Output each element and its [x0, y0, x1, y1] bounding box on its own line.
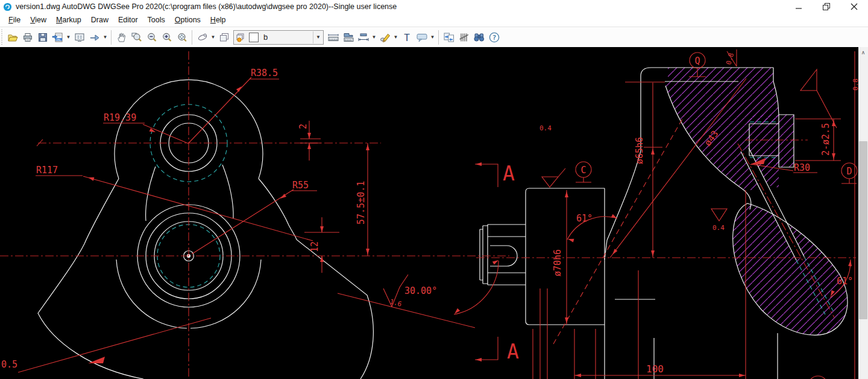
layers-button[interactable] [216, 30, 231, 45]
arrow-right-icon [89, 31, 101, 43]
roughness-label: 0.4 [539, 124, 552, 132]
zoom-in-button[interactable] [159, 30, 174, 45]
dwgsee-window: version1.dwg AutoDWG DWGSee Pro 2020(c:\… [0, 0, 868, 379]
measure-distance-button[interactable] [326, 30, 341, 45]
toolbar-separator [438, 30, 439, 45]
dim-label: R55 [292, 180, 309, 191]
main-toolbar: IMG ▼ ▼ [0, 27, 868, 48]
zoom-out-button[interactable] [144, 30, 159, 45]
binoculars-icon [473, 31, 486, 43]
title-bar: version1.dwg AutoDWG DWGSee Pro 2020(c:\… [0, 0, 868, 13]
compare-files-icon [442, 31, 456, 43]
restore-button[interactable] [813, 0, 840, 13]
dim-label: 2 [298, 124, 309, 129]
dim-label: 100 [646, 363, 664, 375]
export-image-button[interactable]: IMG [50, 30, 65, 45]
menu-draw[interactable]: Draw [86, 14, 113, 25]
measure-distance-icon [327, 31, 340, 43]
menu-help[interactable]: Help [206, 14, 231, 25]
next-drawing-button[interactable] [87, 30, 102, 45]
roughness-label: 0.4 [712, 224, 725, 232]
cad-drawing: R38.5 R19.39 R117 R55 2 12 57.5±0.1 30.0… [0, 47, 858, 379]
restore-icon [823, 3, 830, 10]
pencil-icon [379, 31, 391, 43]
scroll-up-icon[interactable]: ∧ [858, 47, 868, 57]
toolbar-separator [111, 30, 112, 45]
pan-hand-icon [116, 31, 128, 43]
datum-label: D [846, 166, 852, 177]
dim-label: 61° [576, 213, 593, 224]
count-button[interactable] [456, 30, 471, 45]
zoom-window-icon [131, 31, 143, 43]
measure-area-button[interactable] [341, 30, 356, 45]
toolbar-separator [192, 30, 192, 45]
datum-label: C [580, 165, 586, 176]
find-button[interactable] [471, 30, 486, 45]
orbit-button[interactable] [195, 30, 210, 45]
layer-color-swatch [249, 33, 259, 42]
zoom-extents-button[interactable] [174, 30, 189, 45]
save-button[interactable] [35, 30, 50, 45]
text-icon: T [401, 31, 413, 43]
toolbar-grip [1, 30, 2, 45]
datum-label: Q [694, 56, 700, 66]
window-title: version1.dwg AutoDWG DWGSee Pro 2020(c:\… [16, 2, 397, 11]
drawing-canvas[interactable]: R38.5 R19.39 R117 R55 2 12 57.5±0.1 30.0… [0, 47, 858, 379]
monitor-icon [74, 31, 86, 43]
orbit-dropdown[interactable]: ▼ [210, 30, 216, 45]
printer-icon [22, 31, 34, 43]
roughness-label: 0.8 [725, 52, 735, 66]
dim-label: R30 [794, 162, 810, 173]
menu-tools[interactable]: Tools [143, 14, 170, 25]
minimize-button[interactable] [785, 0, 813, 13]
menu-markup[interactable]: Markup [51, 14, 86, 25]
dim-label: 61° [837, 276, 853, 287]
layout-combo[interactable]: b ▼ [233, 30, 324, 45]
section-label: A [507, 340, 519, 363]
dim-label: R19.39 [104, 112, 136, 123]
dimension-button[interactable] [356, 30, 371, 45]
dimension-icon [357, 31, 370, 43]
menu-view[interactable]: View [25, 14, 51, 25]
menu-file[interactable]: File [4, 14, 25, 25]
open-button[interactable] [5, 30, 20, 45]
freehand-dropdown[interactable]: ▼ [392, 30, 399, 45]
svg-text:T: T [404, 31, 410, 43]
layer-color-icon [236, 33, 245, 42]
open-folder-icon [7, 31, 19, 43]
compare-button[interactable] [441, 30, 456, 45]
export-image-dropdown[interactable]: ▼ [65, 30, 72, 45]
dim-label: R117 [36, 165, 58, 176]
print-button[interactable] [20, 30, 35, 45]
section-label: A [503, 162, 515, 185]
next-drawing-dropdown[interactable]: ▼ [102, 30, 108, 45]
zoom-window-button[interactable] [129, 30, 144, 45]
dimension-dropdown[interactable]: ▼ [371, 30, 377, 45]
comment-dropdown[interactable]: ▼ [429, 30, 436, 45]
comment-button[interactable] [414, 30, 429, 45]
tally-marks-icon [458, 31, 470, 43]
text-markup-button[interactable]: T [399, 30, 414, 45]
menu-options[interactable]: Options [170, 14, 206, 25]
close-button[interactable] [840, 0, 868, 13]
help-icon: ? [488, 31, 500, 43]
dim-label: ø70h6 [552, 249, 563, 276]
menu-editor[interactable]: Editor [113, 14, 143, 25]
dim-label: 57.5±0.1 [356, 181, 366, 225]
orbit-icon [197, 31, 209, 43]
menu-bar: FileViewMarkupDrawEditorToolsOptionsHelp [0, 13, 868, 27]
svg-text:?: ? [492, 34, 496, 42]
svg-text:IMG: IMG [56, 37, 61, 40]
dim-label: R38.5 [251, 68, 278, 78]
help-button[interactable]: ? [486, 30, 502, 45]
measure-area-icon [342, 31, 355, 43]
scrollbar-thumb[interactable] [859, 141, 867, 319]
layout-combo-dropdown[interactable]: ▼ [313, 31, 323, 43]
minimize-icon [796, 4, 802, 10]
freehand-markup-button[interactable] [377, 30, 392, 45]
save-floppy-icon [37, 31, 49, 43]
pan-button[interactable] [114, 30, 129, 45]
layout-combo-value: b [263, 33, 313, 42]
fullscreen-button[interactable] [72, 30, 87, 45]
layers-icon [218, 31, 230, 43]
